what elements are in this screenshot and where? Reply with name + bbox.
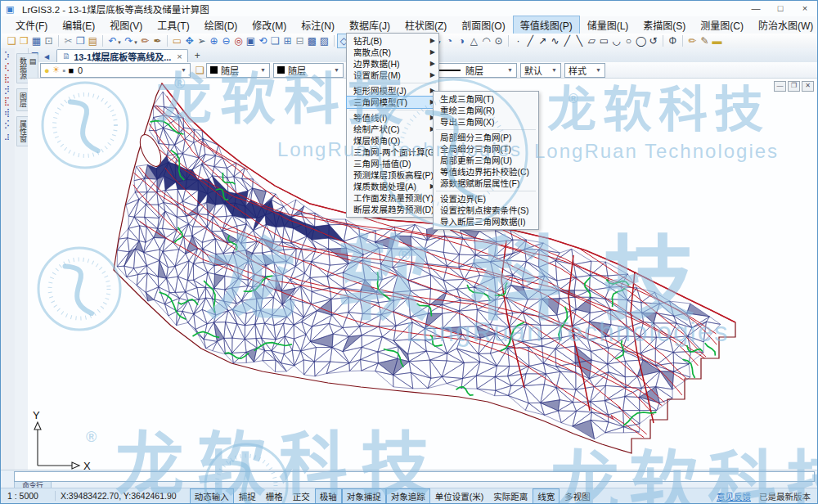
status-toggle-4[interactable]: 极轴 [316, 489, 341, 503]
draw-revcloud-icon[interactable]: ↺ [647, 34, 659, 47]
cut-icon[interactable]: ✂ [62, 34, 74, 47]
tab-back-arrow-icon[interactable]: ◀ [44, 53, 49, 61]
draw-arc-seg-icon[interactable]: ◠ [480, 34, 492, 47]
zoom-out-icon[interactable]: ⊖ [220, 34, 232, 47]
menu-item-11[interactable]: 储量图(L) [581, 16, 636, 34]
mesh-edge-swap-icon[interactable]: ⣏ [1, 97, 13, 106]
pencil-icon[interactable]: ✏ [686, 34, 699, 47]
copy-icon[interactable]: ❐ [74, 34, 87, 47]
triangulation-menu-item-10[interactable]: 设置边界(E) [434, 193, 538, 205]
triangulation-menu-item-1[interactable]: 重绘三角网(R) [434, 105, 538, 116]
style-combo[interactable]: 样式 ▼ [564, 63, 605, 78]
triangulation-menu-item-4[interactable]: 局部细分三角网(P) [434, 132, 538, 143]
command-input[interactable] [14, 471, 815, 482]
phi-tool-icon[interactable]: Φ [667, 34, 679, 47]
dropdown-arrow-icon[interactable]: ▼ [133, 40, 138, 45]
area-circle2-icon[interactable]: ◑ [456, 34, 468, 47]
mesh-shrink-icon[interactable]: ⡪ [1, 119, 13, 128]
contour-menu-item-11[interactable]: 三角网-两个面计算(G) [347, 146, 438, 158]
chevron-down-icon[interactable]: ▼ [179, 67, 188, 73]
menu-item-5[interactable]: 修改(M) [245, 16, 293, 34]
mesh-expand-icon[interactable]: ⣰ [1, 131, 13, 140]
menu-item-0[interactable]: 文件(F) [9, 16, 54, 34]
new-tab-button[interactable]: + [195, 50, 200, 61]
line-width-icon[interactable]: ▬ [711, 34, 723, 47]
draw-segment2-icon[interactable]: ╲ [573, 34, 586, 47]
contour-menu-item-0[interactable]: 钻孔(B)▶ [347, 35, 438, 47]
mdi-minimize-button[interactable]: — [774, 81, 786, 92]
contour-menu-item-2[interactable]: 边界数据(H)▶ [347, 58, 438, 70]
draw-circle-dot-icon[interactable]: ⊙ [492, 34, 505, 47]
status-toggle-10[interactable]: 多视图 [560, 489, 595, 503]
layer-freeze-icon[interactable]: ▨ [318, 34, 330, 47]
contour-menu-item-16[interactable]: 断层发展趋势预测(D) [347, 204, 438, 215]
close-button[interactable]: × [793, 1, 817, 16]
draw-rect-icon[interactable]: ▭ [598, 34, 610, 47]
draw-triangle-icon[interactable]: △ [468, 34, 480, 47]
chevron-down-icon[interactable]: ▼ [332, 67, 341, 73]
menu-item-6[interactable]: 标注(N) [294, 16, 341, 34]
contour-menu-item-13[interactable]: 预测煤层顶板高程(P) [347, 169, 438, 181]
chevron-down-icon[interactable]: ▼ [258, 67, 267, 73]
layer-manager-icon[interactable]: ⊞ [281, 34, 294, 47]
triangulation-menu-item-2[interactable]: 导出三角网(X) [434, 116, 538, 128]
default-combo[interactable]: 默认 ▼ [520, 63, 561, 78]
previous-view-icon[interactable]: ⟲ [257, 34, 269, 47]
draw-polygon-icon[interactable]: ▱ [586, 34, 598, 47]
triangulation-menu-item-11[interactable]: 设置控制点搜索条件(S) [434, 205, 538, 216]
mesh-node-add-icon[interactable]: ⢎ [1, 62, 13, 71]
draw-point-icon[interactable]: · [512, 34, 524, 47]
chevron-down-icon[interactable]: ▼ [594, 67, 603, 73]
contour-menu-item-3[interactable]: 设置断层(M)▶ [347, 70, 438, 81]
select-pointer-icon[interactable]: ➢ [196, 34, 208, 47]
print-icon[interactable]: ⊡ [43, 34, 55, 47]
color-combo-1[interactable]: 随层 ▼ [206, 63, 270, 78]
status-toggle-5[interactable]: 对象捕捉 [343, 489, 385, 503]
chevron-down-icon[interactable]: ▼ [550, 67, 559, 73]
menu-item-7[interactable]: 数据库(J) [343, 16, 397, 34]
format-brush-icon[interactable]: ✏ [139, 34, 151, 47]
mesh-node-move-icon[interactable]: ⡱ [1, 51, 13, 60]
menu-item-13[interactable]: 测量图(C) [694, 16, 750, 34]
contour-menu-item-15[interactable]: 工作面发热量预测(Y)▶ [347, 192, 438, 204]
save-file-icon[interactable]: ▦ [30, 34, 43, 47]
status-toggle-1[interactable]: 捕捉 [235, 489, 260, 503]
tab-document[interactable]: 🗎 13-1煤层底板等高线及... × [56, 49, 188, 62]
open-file-icon[interactable]: ❒ [18, 34, 30, 47]
mdi-close-button[interactable]: ✕ [802, 81, 814, 92]
triangulation-menu-item-8[interactable]: 源数据赋断层属性(F) [434, 178, 538, 189]
pen-icon[interactable]: ✎ [699, 34, 711, 47]
mesh-node-merge-icon[interactable]: ⡺ [1, 85, 13, 94]
draw-arrow-icon[interactable]: ↗ [537, 34, 549, 47]
contour-menu-item-8[interactable]: 等值线(I)▶ [347, 112, 438, 124]
chevron-down-icon[interactable]: ▼ [506, 67, 515, 73]
minimize-button[interactable]: — [744, 1, 768, 16]
layer-walk-icon[interactable]: ▩ [306, 34, 318, 47]
feedback-link[interactable]: 意见反馈 [717, 490, 751, 502]
select-rect-icon[interactable]: ▭ [171, 34, 183, 47]
triangulation-menu-item-5[interactable]: 全局细分三角网(T) [434, 143, 538, 155]
triangulation-menu-item-6[interactable]: 局部更新三角网(U) [434, 155, 538, 166]
draw-arc-icon[interactable]: ◡ [610, 34, 622, 47]
sweep-brush-icon[interactable]: ✒ [151, 34, 164, 47]
mesh-edge-split-icon[interactable]: ⢾ [1, 108, 13, 117]
status-toggle-7[interactable]: 单位设置(米) [431, 489, 488, 503]
status-toggle-6[interactable]: 对象追踪 [387, 489, 429, 503]
draw-spline-icon[interactable]: ∿ [549, 34, 561, 47]
tab-close-icon[interactable]: × [177, 52, 182, 61]
menu-item-10[interactable]: 等值线图(P) [514, 16, 579, 34]
color-combo-2[interactable]: 随层 ▼ [273, 63, 344, 78]
contour-menu-item-1[interactable]: 离散点(R)▶ [347, 47, 438, 58]
new-layer-icon[interactable]: ❏ [269, 34, 281, 47]
apply-layer-icon[interactable]: ❏ [194, 64, 206, 77]
contour-menu-item-5[interactable]: 矩形网模型(J)▶ [347, 85, 438, 97]
contour-menu-item-9[interactable]: 绘制产状(C)▶ [347, 124, 438, 135]
layer-combo[interactable]: ● ☀ ▪ ■ 0 ▼ [40, 63, 191, 78]
zoom-extents-icon[interactable]: ◎ [232, 34, 245, 47]
triangulation-menu-item-0[interactable]: 生成三角网(T) [434, 93, 538, 105]
status-toggle-3[interactable]: 正交 [289, 489, 314, 503]
zoom-in-icon[interactable]: ⊕ [208, 34, 220, 47]
menu-item-8[interactable]: 柱状图(Z) [398, 16, 453, 34]
new-file-icon[interactable]: ❑ [6, 34, 18, 47]
contour-menu-item-10[interactable]: 煤层倾角(Q) [347, 135, 438, 146]
